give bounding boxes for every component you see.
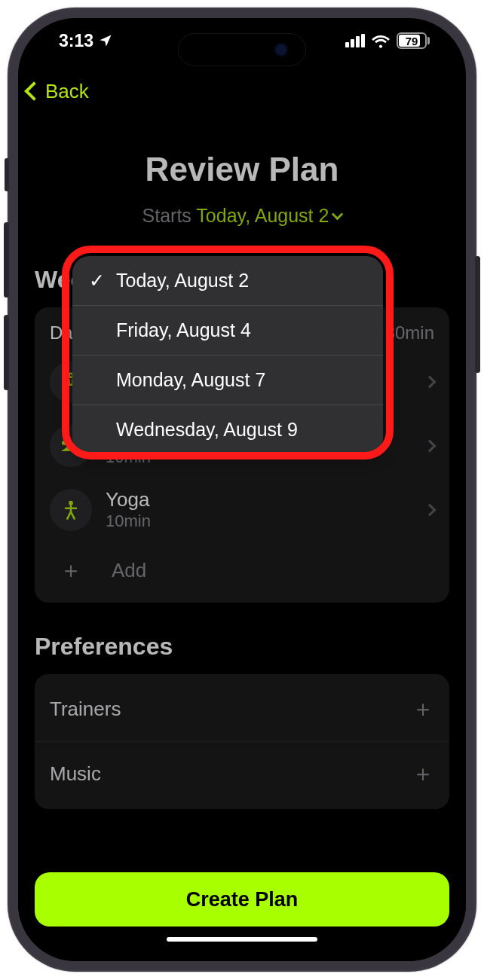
plus-icon: ＋ [50, 555, 92, 586]
back-button[interactable]: Back [27, 80, 89, 103]
create-plan-label: Create Plan [186, 888, 299, 911]
create-plan-button[interactable]: Create Plan [35, 872, 449, 927]
chevron-right-icon [424, 375, 437, 388]
silence-switch[interactable] [5, 158, 9, 191]
plus-icon: ＋ [412, 759, 434, 789]
day-total-duration: 30min [385, 322, 434, 343]
start-date-selector[interactable]: Starts Today, August 2 [35, 205, 449, 227]
back-label: Back [45, 80, 89, 103]
plus-icon: ＋ [412, 694, 434, 725]
chevron-left-icon [24, 81, 43, 100]
volume-up-button[interactable] [4, 222, 9, 298]
svg-point-2 [69, 500, 73, 505]
workout-name: Yoga [106, 488, 151, 511]
preference-label: Music [50, 762, 101, 786]
start-date-dropdown: ✓ Today, August 2 Friday, August 4 Monda… [72, 256, 383, 454]
battery-icon: 79 [397, 32, 430, 49]
add-workout-button[interactable]: ＋ Add [35, 542, 449, 600]
preferences-card: Trainers ＋ Music ＋ [35, 674, 449, 809]
preference-music[interactable]: Music ＋ [35, 742, 449, 806]
preferences-section-label: Preferences [35, 633, 449, 661]
yoga-icon [50, 489, 92, 531]
dropdown-option[interactable]: Monday, August 7 [72, 356, 383, 405]
dropdown-option[interactable]: Wednesday, August 9 [72, 405, 383, 454]
cellular-icon [345, 34, 365, 47]
chevron-right-icon [424, 439, 437, 452]
wifi-icon [371, 33, 391, 48]
volume-down-button[interactable] [4, 315, 9, 390]
workout-row-yoga[interactable]: Yoga 10min [35, 478, 449, 542]
starts-prefix: Starts [142, 205, 197, 226]
location-icon [98, 33, 113, 48]
dropdown-option-label: Friday, August 4 [116, 319, 251, 341]
add-label: Add [112, 559, 146, 582]
dropdown-option[interactable]: Friday, August 4 [72, 306, 383, 356]
battery-percent: 79 [406, 35, 418, 47]
page-title: Review Plan [35, 151, 449, 188]
dynamic-island [178, 33, 306, 66]
preference-label: Trainers [50, 698, 121, 721]
workout-duration: 10min [106, 511, 151, 531]
chevron-down-icon [332, 209, 344, 221]
svg-point-1 [62, 441, 66, 445]
dropdown-option[interactable]: ✓ Today, August 2 [72, 256, 383, 306]
starts-date: Today, August 2 [196, 205, 329, 226]
chevron-right-icon [424, 503, 437, 516]
checkmark-icon: ✓ [89, 270, 104, 292]
dropdown-option-label: Wednesday, August 9 [116, 419, 298, 441]
preference-trainers[interactable]: Trainers ＋ [35, 677, 449, 742]
dropdown-option-label: Monday, August 7 [116, 369, 265, 391]
home-indicator[interactable] [167, 937, 317, 942]
power-button[interactable] [475, 256, 480, 373]
dropdown-option-label: Today, August 2 [116, 270, 249, 292]
status-time: 3:13 [59, 31, 93, 51]
